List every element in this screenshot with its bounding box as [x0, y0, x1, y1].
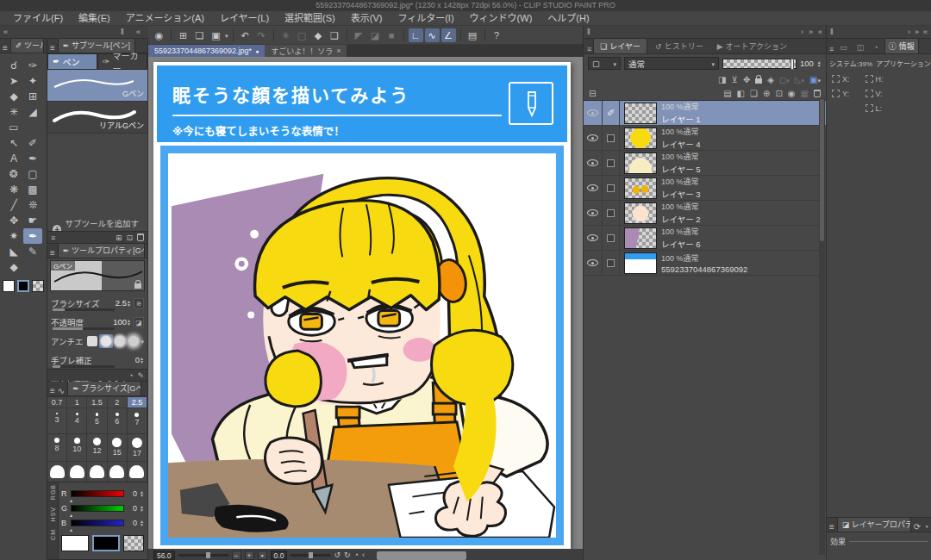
brush-tool[interactable]: ✐ [23, 135, 42, 151]
rotate-slider[interactable] [291, 554, 330, 557]
select-checkbox[interactable] [603, 151, 620, 175]
opacity-dynamics-icon[interactable]: ◪ [134, 317, 144, 327]
blend-mode-dropdown[interactable]: 通常 [624, 57, 719, 70]
antialias-weak-option[interactable] [99, 334, 113, 348]
move-tool[interactable]: ✥ [4, 213, 23, 228]
new-file-button[interactable]: ⊞ [176, 28, 191, 42]
size-8[interactable]: 8 [47, 434, 67, 462]
gradient-tool[interactable]: ▩ [23, 182, 42, 197]
eyedropper-tool[interactable]: ✒ [23, 151, 42, 166]
visibility-toggle[interactable] [584, 251, 603, 275]
operation-tool[interactable]: ➤ [4, 73, 23, 89]
opacity-stepper[interactable]: ▲▼ [817, 60, 822, 67]
footer-menu-icon[interactable] [51, 233, 55, 242]
fill-layer-icon[interactable]: ◉ [788, 89, 796, 98]
collapse-left-icon[interactable] [818, 28, 822, 36]
doc-tab-inactive[interactable]: すごいよ！！ソラ × [265, 45, 347, 57]
change-panel-icon[interactable]: ⊟ [589, 89, 596, 98]
size-0.7[interactable]: 0.7 [47, 397, 67, 408]
panel-menu-icon[interactable] [50, 43, 55, 53]
tab-information[interactable]: ⓘ情報 [884, 38, 919, 53]
sub-color-swatch[interactable] [17, 280, 29, 292]
lock-layer-icon[interactable] [755, 78, 762, 84]
redo-button[interactable]: ↷ [254, 28, 269, 42]
transparent-color-swatch[interactable] [32, 280, 44, 292]
layer-thumbnail[interactable] [624, 103, 657, 124]
new-folder-icon[interactable]: ❏ [750, 89, 758, 98]
collapse-right-icon[interactable] [809, 28, 813, 36]
opacity-slider[interactable] [53, 327, 115, 330]
blue-stepper[interactable]: ▲▼ [140, 520, 144, 526]
green-slider[interactable] [71, 505, 124, 512]
layer-row-2[interactable]: 100 %通常レイヤー 2 [584, 201, 826, 226]
red-value[interactable]: 0 [127, 489, 137, 498]
layer-row-3[interactable]: 100 %通常レイヤー 3 [584, 176, 826, 201]
expand-icon[interactable] [801, 28, 803, 36]
select-checkbox[interactable] [603, 126, 620, 150]
eraser-tool[interactable]: ◣ [4, 244, 23, 259]
line-tool[interactable]: ╱ [4, 197, 23, 213]
stroke-preview-tab-icon[interactable]: ∿ [58, 386, 65, 395]
size-40[interactable] [108, 462, 128, 482]
size-1[interactable]: 1 [67, 397, 87, 408]
visibility-toggle[interactable] [584, 126, 603, 150]
palette-color-dropdown[interactable]: ▢ [588, 57, 621, 70]
ruler-icon[interactable]: ◻ [779, 75, 790, 84]
selection-half-button[interactable]: ◪ [368, 28, 383, 42]
tab-auto-action[interactable]: ▶オートアクション [711, 39, 793, 53]
subtool-item-g-pen[interactable]: Gペン [47, 70, 147, 102]
size-5[interactable]: 5 [87, 408, 107, 434]
transparent-color[interactable] [123, 535, 144, 551]
layer-name[interactable]: 5592337044867369092 [661, 264, 747, 274]
blend-tool[interactable]: ❋ [4, 182, 23, 197]
frame-border-tool[interactable]: ⊞ [23, 89, 42, 104]
panel-menu-icon[interactable] [829, 45, 834, 53]
open-file-button[interactable]: ❏ [192, 28, 207, 42]
visibility-toggle[interactable] [584, 151, 603, 175]
crop-frame-button[interactable]: ❑ [328, 28, 342, 42]
size-7[interactable]: 7 [128, 408, 147, 434]
brush-size-tab[interactable]: ✒ ブラシサイズ[Gペン] [67, 382, 141, 395]
new-raster-layer-icon[interactable]: ▤ [723, 89, 731, 98]
panel-menu-icon[interactable] [829, 522, 834, 532]
visibility-toggle[interactable] [584, 201, 603, 225]
new-subtool-icon[interactable]: ⊞ [116, 233, 122, 242]
layer-name[interactable]: レイヤー 6 [661, 238, 701, 250]
subtool-item-real-g-pen[interactable]: リアルGペン [47, 102, 147, 134]
auto-select-tool[interactable]: ✳ [4, 104, 23, 120]
layer-name[interactable]: レイヤー 1 [661, 113, 701, 125]
menu-selection[interactable]: 選択範囲(S) [277, 11, 343, 26]
blue-slider[interactable] [71, 520, 124, 526]
layer-name[interactable]: レイヤー 5 [661, 163, 701, 175]
decoration-star-tool[interactable]: ❂ [4, 166, 23, 182]
dock-handle-icon[interactable] [830, 28, 834, 36]
decoration-sparkle-tool[interactable]: ✦ [23, 73, 42, 89]
snap-grid-button[interactable]: ∠ [441, 28, 456, 42]
size-15[interactable]: 15 [108, 434, 128, 462]
stabilize-stepper[interactable]: ▲▼ [140, 357, 144, 364]
reference-layer-icon[interactable]: ⊻ [732, 75, 738, 84]
layer-row-4[interactable]: 100 %通常レイヤー 4 [584, 126, 826, 151]
panel-menu-icon[interactable] [587, 45, 591, 53]
layer-thumbnail[interactable] [624, 128, 657, 149]
deselect-button[interactable]: ▢ [295, 28, 309, 42]
marquee-select-tool[interactable]: ▢ [23, 166, 42, 182]
tab-rgb[interactable]: RGB [50, 484, 56, 500]
size-17[interactable]: 17 [128, 434, 147, 462]
menu-help[interactable]: ヘルプ(H) [540, 11, 597, 26]
layer-row-background[interactable]: 100 %通常5592337044867369092 [584, 251, 826, 276]
layer-color-icon[interactable]: ▣ [809, 75, 821, 84]
expand-icon[interactable] [908, 28, 910, 36]
canvas-page[interactable]: 眠そうな顔を描いてみよう ※今にも寝てしまいそうな表情で！ [153, 62, 571, 549]
tab-item-bank[interactable]: ◔ [870, 41, 881, 53]
rotate-value[interactable]: 0.0 [271, 551, 288, 560]
tool-property-tab[interactable]: ✒ ツールプロパティ[Gペン] [58, 243, 145, 258]
size-3[interactable]: 3 [47, 408, 67, 434]
red-stepper[interactable]: ▲▼ [140, 490, 144, 497]
tab-cmyk[interactable]: CM [50, 529, 56, 540]
sub-color-black-selected[interactable] [92, 535, 120, 551]
doc-tab-active[interactable]: 5592337044867369092.jpg* ● [148, 45, 265, 57]
stabilize-slider[interactable] [53, 365, 115, 368]
opacity-value[interactable]: 100 [113, 317, 127, 327]
correction-tool[interactable]: ✎ [23, 244, 42, 259]
